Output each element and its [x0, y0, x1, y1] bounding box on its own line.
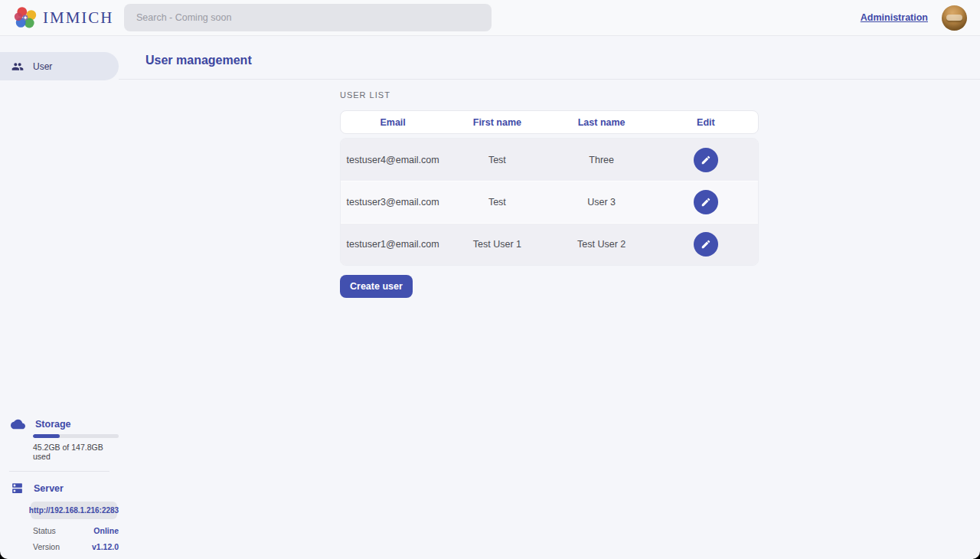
- user-table-header: Email First name Last name Edit: [340, 110, 759, 134]
- pencil-icon: [701, 155, 711, 165]
- edit-user-button[interactable]: [694, 190, 718, 214]
- user-list-label: USER LIST: [340, 90, 759, 100]
- sidebar-bottom: Storage 45.2GB of 147.8GB used Server ht…: [0, 419, 119, 551]
- administration-link[interactable]: Administration: [861, 12, 928, 23]
- cell-first-name: Test: [445, 197, 549, 208]
- cloud-icon: [11, 419, 25, 430]
- status-label: Status: [33, 526, 56, 535]
- server-version-row: Version v1.12.0: [33, 542, 119, 551]
- search-input[interactable]: [124, 4, 492, 31]
- user-avatar[interactable]: [942, 5, 967, 31]
- table-row: testuser3@email.com Test User 3: [341, 181, 758, 223]
- pencil-icon: [701, 239, 711, 250]
- sidebar-item-user[interactable]: User: [0, 52, 119, 80]
- storage-title: Storage: [35, 419, 71, 430]
- immich-flower-icon: ✦: [14, 6, 37, 29]
- version-label: Version: [33, 542, 60, 551]
- topbar-right: Administration: [861, 5, 980, 31]
- cell-email: testuser3@email.com: [341, 197, 445, 208]
- server-title: Server: [34, 483, 64, 494]
- svg-text:✦: ✦: [23, 15, 28, 21]
- version-value: v1.12.0: [92, 542, 119, 551]
- column-header-email: Email: [341, 117, 445, 128]
- sidebar: User Storage 45.2GB of 147.8GB used: [0, 36, 119, 559]
- main-area: User management USER LIST Email First na…: [119, 36, 980, 559]
- storage-progress-bar: [33, 434, 119, 438]
- users-group-icon: [11, 60, 24, 73]
- server-section-header: Server: [0, 482, 119, 495]
- server-icon: [11, 482, 24, 495]
- cell-email: testuser4@email.com: [341, 155, 445, 165]
- cell-edit: [654, 190, 758, 214]
- sidebar-item-user-label: User: [33, 61, 52, 72]
- status-value: Online: [93, 526, 119, 535]
- column-header-edit: Edit: [654, 117, 758, 128]
- cell-last-name: Test User 2: [550, 239, 654, 250]
- storage-progress-fill: [33, 434, 60, 438]
- create-user-button[interactable]: Create user: [340, 275, 413, 298]
- cell-edit: [654, 232, 758, 257]
- brand-name: IMMICH: [43, 8, 114, 28]
- cell-first-name: Test: [445, 155, 549, 165]
- edit-user-button[interactable]: [694, 148, 718, 172]
- top-bar: ✦ IMMICH Administration: [0, 0, 980, 36]
- cell-edit: [654, 148, 758, 172]
- edit-user-button[interactable]: [694, 232, 718, 257]
- server-status-row: Status Online: [33, 526, 119, 535]
- cell-last-name: User 3: [550, 197, 654, 208]
- page: ✦ IMMICH Administration User: [0, 0, 980, 559]
- storage-section-header: Storage: [0, 419, 119, 430]
- column-header-last-name: Last name: [550, 117, 654, 128]
- column-header-first-name: First name: [445, 117, 549, 128]
- cell-first-name: Test User 1: [445, 239, 549, 250]
- server-url-badge: http://192.168.1.216:2283: [31, 502, 117, 519]
- pencil-icon: [701, 197, 711, 208]
- app-logo[interactable]: ✦ IMMICH: [0, 6, 124, 29]
- main-titlebar: User management: [119, 36, 980, 80]
- page-title: User management: [145, 54, 252, 67]
- table-row: testuser1@email.com Test User 1 Test Use…: [341, 223, 758, 265]
- user-table-body: testuser4@email.com Test Three testuser3…: [340, 138, 759, 266]
- user-list-section: USER LIST Email First name Last name Edi…: [340, 90, 759, 298]
- cell-last-name: Three: [550, 155, 654, 165]
- sidebar-divider: [9, 471, 109, 472]
- table-row: testuser4@email.com Test Three: [341, 139, 758, 181]
- storage-usage-text: 45.2GB of 147.8GB used: [33, 443, 119, 461]
- cell-email: testuser1@email.com: [341, 239, 445, 250]
